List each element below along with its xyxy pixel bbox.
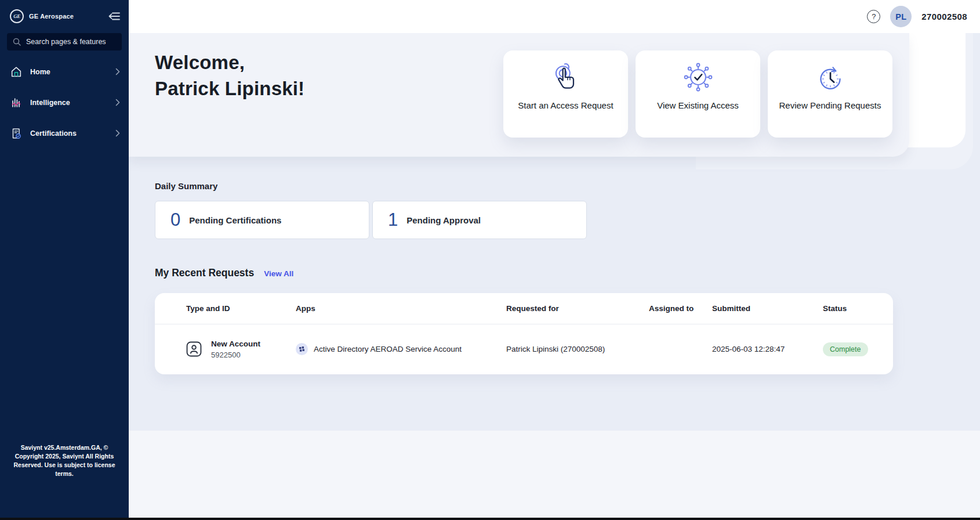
table-row[interactable]: New Account 5922500 Active Directory AER…	[155, 324, 893, 374]
sidebar: GE GE Aerospace Home Intelligence	[0, 0, 129, 520]
network-check-icon	[681, 59, 715, 97]
view-existing-access-card[interactable]: View Existing Access	[636, 50, 760, 138]
status-cell: Complete	[823, 342, 893, 356]
daily-summary-title: Daily Summary	[155, 181, 217, 191]
stat-label: Pending Certifications	[189, 215, 281, 225]
status-badge: Complete	[823, 342, 868, 356]
column-header: Submitted	[712, 304, 823, 313]
chevron-right-icon	[115, 99, 120, 106]
submitted-cell: 2025-06-03 12:28:47	[712, 345, 823, 353]
home-icon	[10, 66, 23, 78]
start-access-request-card[interactable]: Start an Access Request	[503, 50, 628, 138]
column-header: Requested for	[506, 304, 649, 313]
brand-row: GE GE Aerospace	[0, 0, 129, 23]
column-header: Apps	[296, 304, 506, 313]
sidebar-search	[7, 33, 122, 50]
welcome-heading: Welcome, Patrick Lipinski!	[155, 50, 304, 102]
requested-for-cell: Patrick Lipinski (270002508)	[506, 345, 649, 353]
bottom-background	[129, 431, 980, 520]
welcome-line2: Patrick Lipinski!	[155, 76, 304, 102]
sidebar-footer-text: Saviynt v25.Amsterdam.GA, © Copyright 20…	[6, 443, 122, 478]
request-type: New Account	[211, 340, 260, 348]
pending-certifications-card[interactable]: 0 Pending Certifications	[155, 201, 369, 239]
chevron-right-icon	[115, 68, 120, 75]
certifications-icon	[10, 127, 23, 140]
sidebar-item-home[interactable]: Home	[0, 56, 129, 87]
action-card-label: View Existing Access	[657, 100, 739, 110]
tap-hand-icon	[549, 59, 583, 97]
daily-summary-cards: 0 Pending Certifications 1 Pending Appro…	[155, 201, 587, 239]
type-and-id-cell: New Account 5922500	[186, 340, 296, 359]
user-type-icon	[186, 341, 202, 357]
top-header: ? PL 270002508	[129, 0, 980, 33]
action-card-label: Start an Access Request	[518, 100, 613, 110]
help-icon[interactable]: ?	[867, 10, 880, 23]
app-name: Active Directory AEROAD Service Account	[314, 345, 462, 353]
sidebar-item-label: Certifications	[30, 129, 77, 138]
sidebar-nav: Home Intelligence Certifications	[0, 56, 129, 149]
user-id: 270002508	[921, 12, 967, 21]
quick-action-cards: Start an Access Request View Existing Ac…	[503, 50, 892, 138]
clock-arrow-icon	[814, 59, 847, 97]
pending-certifications-count: 0	[170, 210, 180, 230]
search-icon	[13, 38, 21, 46]
sidebar-item-certifications[interactable]: Certifications	[0, 118, 129, 149]
sidebar-item-label: Home	[30, 68, 50, 76]
search-input[interactable]	[26, 38, 116, 46]
intelligence-icon	[10, 96, 23, 109]
avatar[interactable]: PL	[890, 6, 912, 27]
request-id: 5922500	[211, 351, 260, 359]
column-header: Type and ID	[186, 304, 296, 313]
ge-logo-icon: GE	[10, 9, 24, 23]
brand-name: GE Aerospace	[29, 13, 74, 20]
review-pending-requests-card[interactable]: Review Pending Requests	[768, 50, 892, 138]
collapse-sidebar-icon[interactable]	[108, 12, 121, 21]
table-header-row: Type and ID Apps Requested for Assigned …	[155, 293, 893, 324]
column-header: Status	[823, 304, 893, 313]
stat-label: Pending Approval	[406, 215, 481, 225]
chevron-right-icon	[115, 129, 120, 137]
welcome-line1: Welcome,	[155, 50, 304, 76]
sidebar-item-intelligence[interactable]: Intelligence	[0, 87, 129, 118]
pending-approval-count: 1	[388, 210, 398, 230]
recent-requests-header: My Recent Requests View All	[155, 267, 293, 279]
action-card-label: Review Pending Requests	[779, 100, 881, 110]
view-all-link[interactable]: View All	[264, 269, 293, 278]
column-header: Assigned to	[649, 304, 712, 313]
recent-requests-title: My Recent Requests	[155, 267, 254, 279]
sidebar-item-label: Intelligence	[30, 99, 70, 107]
bottom-bar	[0, 518, 980, 520]
pending-approval-card[interactable]: 1 Pending Approval	[372, 201, 587, 239]
recent-requests-table: Type and ID Apps Requested for Assigned …	[155, 293, 893, 374]
app-icon	[296, 343, 308, 355]
apps-cell: Active Directory AEROAD Service Account	[296, 343, 506, 355]
